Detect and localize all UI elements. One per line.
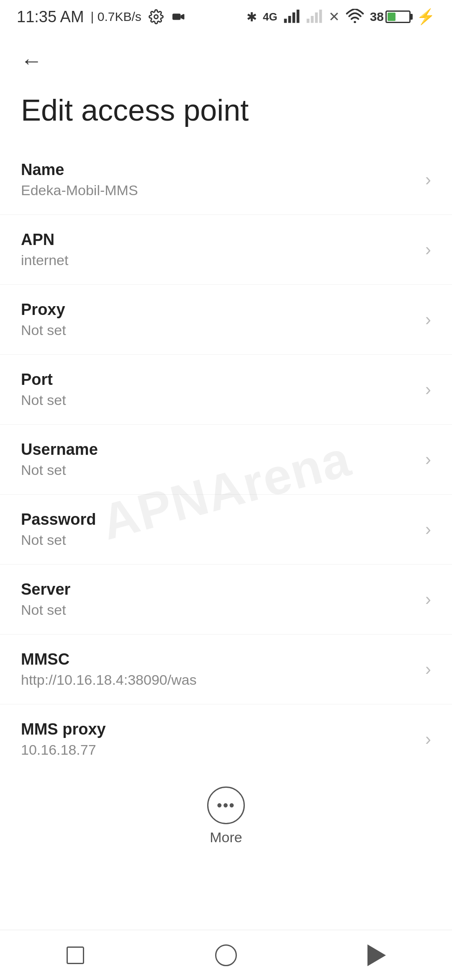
more-dots-icon: ••• (217, 797, 235, 814)
chevron-right-icon-server: › (425, 589, 431, 609)
status-bar: 11:35 AM | 0.7KB/s ✱ 4G (0, 0, 452, 34)
settings-label-password: Password (21, 511, 417, 529)
4g-icon: 4G (263, 10, 277, 23)
nav-back-button[interactable] (356, 939, 398, 972)
chevron-right-icon-username: › (425, 449, 431, 469)
nav-recent-button[interactable] (54, 939, 96, 972)
nav-bar (0, 930, 452, 980)
settings-item-content-mmsc: MMSC http://10.16.18.4:38090/was (21, 650, 417, 688)
signal-bars-icon (283, 9, 300, 25)
settings-value-port: Not set (21, 392, 417, 408)
settings-label-port: Port (21, 371, 417, 389)
settings-item-content-password: Password Not set (21, 511, 417, 548)
page-title: Edit access point (0, 84, 452, 145)
more-button[interactable]: ••• (207, 787, 245, 824)
svg-point-0 (154, 15, 158, 19)
settings-item-mmsc[interactable]: MMSC http://10.16.18.4:38090/was › (0, 634, 452, 704)
settings-label-apn: APN (21, 231, 417, 249)
settings-label-server: Server (21, 580, 417, 598)
settings-item-password[interactable]: Password Not set › (0, 495, 452, 565)
settings-item-port[interactable]: Port Not set › (0, 355, 452, 425)
battery-indicator: 38 (370, 10, 411, 24)
settings-item-content-proxy: Proxy Not set (21, 301, 417, 338)
svg-rect-6 (306, 19, 309, 23)
settings-value-mms-proxy: 10.16.18.77 (21, 742, 417, 758)
signal-bars2-icon (306, 9, 323, 25)
settings-label-mmsc: MMSC (21, 650, 417, 668)
charging-icon: ⚡ (416, 8, 435, 26)
settings-value-proxy: Not set (21, 322, 417, 338)
settings-item-username[interactable]: Username Not set › (0, 425, 452, 495)
settings-value-server: Not set (21, 602, 417, 618)
svg-rect-7 (311, 16, 313, 23)
status-right: ✱ 4G ✕ (247, 8, 435, 26)
nav-home-button[interactable] (205, 939, 247, 972)
chevron-right-icon-password: › (425, 519, 431, 539)
back-nav-icon (367, 944, 386, 966)
settings-label-proxy: Proxy (21, 301, 417, 319)
svg-point-10 (354, 21, 356, 23)
settings-item-server[interactable]: Server Not set › (0, 565, 452, 634)
settings-item-content-mms-proxy: MMS proxy 10.16.18.77 (21, 720, 417, 758)
no-signal-icon: ✕ (329, 9, 340, 25)
settings-list: Name Edeka-Mobil-MMS › APN internet › Pr… (0, 145, 452, 774)
more-section: ••• More (0, 774, 452, 854)
settings-label-username: Username (21, 441, 417, 459)
chevron-right-icon-port: › (425, 379, 431, 400)
settings-value-name: Edeka-Mobil-MMS (21, 182, 417, 199)
chevron-right-icon-mmsc: › (425, 659, 431, 679)
svg-rect-2 (284, 19, 287, 23)
settings-item-mms-proxy[interactable]: MMS proxy 10.16.18.77 › (0, 704, 452, 774)
status-speed: | 0.7KB/s (91, 10, 141, 24)
svg-rect-4 (292, 13, 295, 23)
settings-item-apn[interactable]: APN internet › (0, 215, 452, 285)
svg-rect-8 (315, 13, 318, 23)
settings-label-mms-proxy: MMS proxy (21, 720, 417, 738)
settings-item-content-username: Username Not set (21, 441, 417, 478)
settings-value-password: Not set (21, 532, 417, 548)
svg-rect-3 (288, 16, 291, 23)
settings-item-content-apn: APN internet (21, 231, 417, 268)
back-arrow-icon: ← (21, 48, 42, 73)
svg-rect-5 (296, 10, 299, 23)
settings-value-mmsc: http://10.16.18.4:38090/was (21, 672, 417, 688)
camera-icon (171, 9, 187, 25)
settings-item-content-name: Name Edeka-Mobil-MMS (21, 161, 417, 199)
chevron-right-icon-name: › (425, 170, 431, 190)
back-button[interactable]: ← (17, 46, 46, 75)
home-icon (215, 944, 237, 966)
recent-apps-icon (67, 946, 84, 964)
chevron-right-icon-apn: › (425, 240, 431, 260)
settings-item-proxy[interactable]: Proxy Not set › (0, 285, 452, 355)
settings-value-apn: internet (21, 252, 417, 268)
svg-rect-1 (172, 14, 181, 20)
settings-icon (148, 9, 164, 25)
svg-rect-9 (319, 10, 322, 23)
settings-label-name: Name (21, 161, 417, 179)
settings-item-content-port: Port Not set (21, 371, 417, 408)
settings-item-content-server: Server Not set (21, 580, 417, 618)
settings-item-name[interactable]: Name Edeka-Mobil-MMS › (0, 145, 452, 215)
chevron-right-icon-mms-proxy: › (425, 729, 431, 749)
chevron-right-icon-proxy: › (425, 309, 431, 330)
wifi-icon (346, 9, 364, 25)
more-label: More (210, 829, 242, 846)
bluetooth-icon: ✱ (247, 10, 257, 24)
settings-value-username: Not set (21, 462, 417, 478)
back-area: ← (0, 34, 452, 84)
status-left: 11:35 AM | 0.7KB/s (17, 8, 187, 26)
status-time: 11:35 AM (17, 8, 84, 26)
